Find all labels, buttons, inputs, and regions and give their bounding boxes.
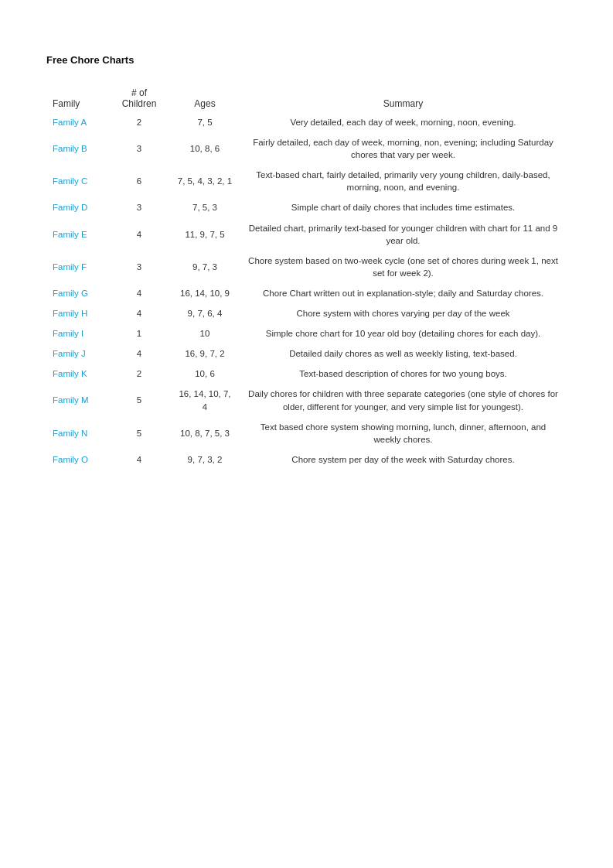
cell-ages: 16, 9, 7, 2 <box>170 343 240 364</box>
cell-family: Family N <box>46 417 108 449</box>
cell-family: Family E <box>46 218 108 251</box>
cell-children: 2 <box>108 364 170 384</box>
cell-summary: Text-based chart, fairly detailed, prima… <box>240 165 567 197</box>
table-row: Family N510, 8, 7, 5, 3Text based chore … <box>46 417 567 449</box>
cell-family: Family I <box>46 323 108 343</box>
cell-ages: 11, 9, 7, 5 <box>170 218 240 251</box>
cell-children: 3 <box>108 251 170 283</box>
cell-children: 3 <box>108 132 170 165</box>
cell-summary: Detailed daily chores as well as weekly … <box>240 343 567 364</box>
table-row: Family J416, 9, 7, 2Detailed daily chore… <box>46 343 567 364</box>
cell-children: 4 <box>108 343 170 364</box>
cell-summary: Chore Chart written out in explanation-s… <box>240 283 567 303</box>
table-row: Family E411, 9, 7, 5Detailed chart, prim… <box>46 218 567 251</box>
cell-family: Family A <box>46 112 108 132</box>
cell-ages: 10, 6 <box>170 364 240 384</box>
cell-children: 2 <box>108 112 170 132</box>
cell-family: Family K <box>46 364 108 384</box>
cell-summary: Text based chore system showing morning,… <box>240 417 567 449</box>
cell-summary: Text-based description of chores for two… <box>240 364 567 384</box>
cell-children: 4 <box>108 218 170 251</box>
header-summary: Summary <box>240 84 567 112</box>
chore-charts-table: Family # of Children Ages Summary Family… <box>46 84 567 470</box>
cell-family: Family C <box>46 165 108 197</box>
table-row: Family I110Simple chore chart for 10 yea… <box>46 323 567 343</box>
cell-summary: Daily chores for children with three sep… <box>240 384 567 416</box>
cell-ages: 7, 5 <box>170 112 240 132</box>
cell-summary: Simple chart of daily chores that includ… <box>240 197 567 217</box>
cell-children: 3 <box>108 197 170 217</box>
table-row: Family G416, 14, 10, 9Chore Chart writte… <box>46 283 567 303</box>
table-row: Family F39, 7, 3Chore system based on tw… <box>46 251 567 283</box>
cell-ages: 10, 8, 6 <box>170 132 240 165</box>
table-row: Family B310, 8, 6Fairly detailed, each d… <box>46 132 567 165</box>
cell-family: Family B <box>46 132 108 165</box>
cell-children: 5 <box>108 384 170 416</box>
cell-children: 5 <box>108 417 170 449</box>
cell-summary: Chore system based on two-week cycle (on… <box>240 251 567 283</box>
table-row: Family C67, 5, 4, 3, 2, 1Text-based char… <box>46 165 567 197</box>
cell-ages: 10, 8, 7, 5, 3 <box>170 417 240 449</box>
header-children: # of Children <box>108 84 170 112</box>
cell-family: Family D <box>46 197 108 217</box>
cell-summary: Chore system per day of the week with Sa… <box>240 449 567 470</box>
header-ages: Ages <box>170 84 240 112</box>
cell-summary: Very detailed, each day of week, morning… <box>240 112 567 132</box>
cell-family: Family J <box>46 343 108 364</box>
table-row: Family M516, 14, 10, 7, 4Daily chores fo… <box>46 384 567 416</box>
cell-family: Family G <box>46 283 108 303</box>
cell-ages: 7, 5, 3 <box>170 197 240 217</box>
table-row: Family H49, 7, 6, 4Chore system with cho… <box>46 303 567 323</box>
cell-family: Family M <box>46 384 108 416</box>
cell-summary: Detailed chart, primarily text-based for… <box>240 218 567 251</box>
cell-family: Family O <box>46 449 108 470</box>
cell-ages: 16, 14, 10, 9 <box>170 283 240 303</box>
header-family: Family <box>46 84 108 112</box>
cell-ages: 10 <box>170 323 240 343</box>
cell-ages: 9, 7, 6, 4 <box>170 303 240 323</box>
cell-family: Family F <box>46 251 108 283</box>
cell-children: 4 <box>108 303 170 323</box>
cell-ages: 9, 7, 3, 2 <box>170 449 240 470</box>
table-row: Family D37, 5, 3Simple chart of daily ch… <box>46 197 567 217</box>
cell-family: Family H <box>46 303 108 323</box>
page-title: Free Chore Charts <box>46 54 567 66</box>
cell-summary: Chore system with chores varying per day… <box>240 303 567 323</box>
cell-children: 4 <box>108 283 170 303</box>
table-row: Family O49, 7, 3, 2Chore system per day … <box>46 449 567 470</box>
cell-ages: 9, 7, 3 <box>170 251 240 283</box>
cell-children: 1 <box>108 323 170 343</box>
cell-summary: Fairly detailed, each day of week, morni… <box>240 132 567 165</box>
cell-children: 4 <box>108 449 170 470</box>
table-row: Family A27, 5Very detailed, each day of … <box>46 112 567 132</box>
cell-summary: Simple chore chart for 10 year old boy (… <box>240 323 567 343</box>
cell-children: 6 <box>108 165 170 197</box>
table-row: Family K210, 6Text-based description of … <box>46 364 567 384</box>
cell-ages: 16, 14, 10, 7, 4 <box>170 384 240 416</box>
cell-ages: 7, 5, 4, 3, 2, 1 <box>170 165 240 197</box>
